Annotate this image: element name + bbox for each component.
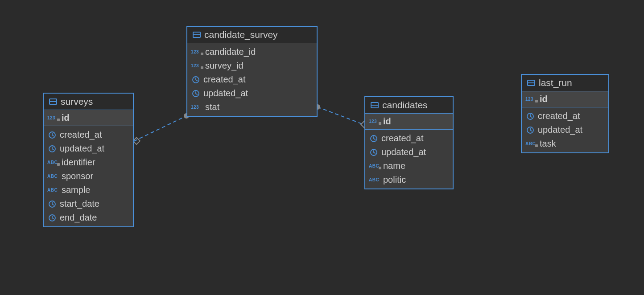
column-name: created_at <box>203 74 246 85</box>
column-candidate-id[interactable]: 123 candidate_id <box>187 45 317 59</box>
column-name: task <box>540 139 556 149</box>
clock-icon <box>369 135 379 143</box>
text-icon: ABC <box>369 177 380 182</box>
column-name: sample <box>62 185 90 195</box>
column-identifier[interactable]: ABC identifier <box>44 156 133 169</box>
numeric-fk-icon: 123 <box>191 63 202 68</box>
column-name: id <box>383 116 391 127</box>
column-sample[interactable]: ABC sample <box>44 183 133 197</box>
text-icon: ABC <box>47 188 59 193</box>
column-pk-id[interactable]: 123 id <box>522 91 608 107</box>
table-surveys[interactable]: surveys 123 id created_at updated_at ABC… <box>43 93 134 227</box>
column-updated-at[interactable]: updated_at <box>365 145 453 159</box>
svg-line-3 <box>318 107 364 125</box>
column-name: updated_at <box>203 88 248 98</box>
column-sponsor[interactable]: ABC sponsor <box>44 169 133 183</box>
column-name: name <box>383 161 405 171</box>
numeric-key-icon: 123 <box>525 97 537 102</box>
numeric-icon: 123 <box>191 105 202 110</box>
column-task[interactable]: ABC task <box>522 137 608 151</box>
column-name: sponsor <box>62 171 93 181</box>
column-name: id <box>62 113 70 123</box>
table-title: candidate_survey <box>204 29 278 40</box>
column-list: created_at updated_at ABC name ABC polit… <box>365 130 453 188</box>
svg-rect-7 <box>50 99 56 101</box>
column-name: id <box>540 94 548 104</box>
clock-icon <box>47 145 57 153</box>
svg-rect-20 <box>372 106 378 107</box>
clock-icon <box>47 200 57 208</box>
column-name: created_at <box>60 130 102 140</box>
column-name: end_date <box>60 213 97 223</box>
svg-rect-14 <box>194 33 200 34</box>
clock-icon <box>47 131 57 139</box>
table-icon <box>370 101 380 109</box>
svg-rect-8 <box>50 102 56 104</box>
svg-line-0 <box>134 116 186 141</box>
table-header-surveys[interactable]: surveys <box>44 94 133 110</box>
column-name: updated_at <box>381 147 426 157</box>
column-list: 123 candidate_id 123 survey_id created_a… <box>187 43 317 116</box>
numeric-key-icon: 123 <box>369 119 380 124</box>
clock-icon <box>525 112 535 120</box>
text-key-icon: ABC <box>369 164 380 168</box>
clock-icon <box>191 90 201 98</box>
column-start-date[interactable]: start_date <box>44 197 133 211</box>
column-name: candidate_id <box>205 47 256 57</box>
column-created-at[interactable]: created_at <box>187 73 317 86</box>
table-last-run[interactable]: last_run 123 id created_at updated_at AB… <box>521 74 609 153</box>
column-list: created_at updated_at ABC identifier ABC… <box>44 126 133 226</box>
table-title: surveys <box>61 96 93 107</box>
table-title: last_run <box>539 78 572 88</box>
table-icon <box>48 98 58 106</box>
column-updated-at[interactable]: updated_at <box>522 123 608 137</box>
column-name: start_date <box>60 199 99 209</box>
table-header-candidates[interactable]: candidates <box>365 97 453 114</box>
svg-rect-1 <box>133 138 140 145</box>
text-key-icon: ABC <box>47 160 59 165</box>
column-politic[interactable]: ABC politic <box>365 173 453 187</box>
svg-rect-25 <box>528 83 534 85</box>
column-name: survey_id <box>205 61 244 71</box>
svg-rect-15 <box>194 35 200 37</box>
column-name: stat <box>205 102 219 112</box>
table-candidate-survey[interactable]: candidate_survey 123 candidate_id 123 su… <box>186 26 318 117</box>
column-name: politic <box>383 175 406 185</box>
column-end-date[interactable]: end_date <box>44 211 133 225</box>
column-survey-id[interactable]: 123 survey_id <box>187 59 317 73</box>
column-updated-at[interactable]: updated_at <box>187 86 317 100</box>
clock-icon <box>525 126 535 134</box>
column-name: identifier <box>62 157 95 168</box>
column-name[interactable]: ABC name <box>365 159 453 173</box>
svg-rect-24 <box>528 81 534 82</box>
clock-icon <box>369 148 379 156</box>
column-name: updated_at <box>538 125 582 135</box>
column-pk-id[interactable]: 123 id <box>44 110 133 126</box>
text-icon: ABC <box>47 174 59 179</box>
table-icon <box>192 31 202 39</box>
table-icon <box>526 79 536 87</box>
column-created-at[interactable]: created_at <box>365 131 453 145</box>
column-name: created_at <box>381 133 424 143</box>
text-key-icon: ABC <box>525 141 537 146</box>
column-created-at[interactable]: created_at <box>44 128 133 142</box>
table-candidates[interactable]: candidates 123 id created_at updated_at … <box>364 96 454 189</box>
column-list: created_at updated_at ABC task <box>522 107 608 152</box>
column-name: updated_at <box>60 143 104 154</box>
column-updated-at[interactable]: updated_at <box>44 142 133 156</box>
column-created-at[interactable]: created_at <box>522 109 608 123</box>
column-name: created_at <box>538 111 580 121</box>
numeric-fk-icon: 123 <box>191 49 202 54</box>
clock-icon <box>191 76 201 84</box>
column-stat[interactable]: 123 stat <box>187 100 317 114</box>
table-title: candidates <box>382 100 428 111</box>
clock-icon <box>47 214 57 222</box>
table-header-last-run[interactable]: last_run <box>522 75 608 91</box>
svg-rect-19 <box>372 103 378 105</box>
column-pk-id[interactable]: 123 id <box>365 114 453 130</box>
table-header-candidate-survey[interactable]: candidate_survey <box>187 27 317 43</box>
numeric-key-icon: 123 <box>47 115 59 120</box>
